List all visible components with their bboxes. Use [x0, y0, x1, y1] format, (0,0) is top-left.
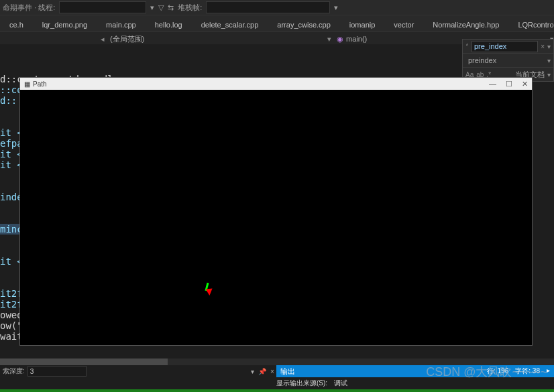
close-icon[interactable]: ✕ — [522, 80, 528, 88]
toolbar: 命期事件 · 线程: ▾ ▽ ⇆ 堆栈帧: ▾ — [0, 0, 554, 15]
tab-file[interactable]: NormalizeAngle.hpp — [423, 18, 508, 31]
breadcrumb-scope[interactable]: (全局范围) — [110, 34, 144, 44]
path-canvas — [20, 90, 532, 345]
stack-label: 堆栈帧: — [178, 3, 202, 13]
dropdown-arrow-icon[interactable]: ▾ — [547, 57, 551, 64]
scrollbar-thumb[interactable] — [0, 358, 168, 365]
vehicle-marker — [206, 289, 213, 296]
close-icon[interactable]: × — [270, 368, 274, 375]
events-label: 命期事件 · 线程: — [3, 3, 55, 13]
search-input[interactable] — [472, 41, 538, 52]
close-icon[interactable]: × — [541, 43, 545, 50]
tab-file[interactable]: LQRcontroler.cpp — [508, 18, 554, 31]
tab-file[interactable]: delete_scalar.cpp — [192, 18, 268, 31]
thread-dropdown[interactable] — [59, 1, 146, 13]
method-icon: ◉ — [337, 35, 343, 44]
window-titlebar[interactable]: ▦ Path — ☐ ✕ — [20, 78, 532, 90]
window-title: Path — [33, 80, 47, 88]
filter-icon[interactable]: ▽ — [158, 3, 164, 12]
dropdown-arrow-icon[interactable]: ▾ — [547, 43, 551, 50]
chevron-left-icon[interactable]: ◂ — [101, 35, 105, 44]
find-panel: ˄ × ▾ preindex ▾ Aa ab .* 当前文档 ▾ — [462, 39, 554, 82]
tab-file[interactable]: vector — [384, 18, 423, 31]
tab-bar: ce.h lqr_demo.png main.cpp hello.log del… — [0, 15, 554, 31]
search-depth-input[interactable] — [27, 366, 87, 377]
tab-file[interactable]: ce.h — [0, 18, 33, 31]
tab-file[interactable]: iomanip — [340, 18, 385, 31]
tab-file[interactable]: main.cpp — [97, 18, 146, 31]
status-strip — [0, 389, 554, 392]
pin-icon[interactable]: 📌 — [258, 368, 266, 375]
minimize-icon[interactable]: — — [489, 80, 496, 88]
expand-icon[interactable]: ˄ — [465, 43, 469, 50]
window-icon: ▦ — [24, 80, 30, 88]
output-label: 输出 — [280, 367, 295, 377]
dropdown-arrow-icon[interactable]: ▾ — [547, 71, 551, 78]
tab-file[interactable]: array_cwise.cpp — [268, 18, 339, 31]
toggle-icon[interactable]: ⇆ — [168, 3, 174, 12]
breadcrumb-func[interactable]: ◉main() — [337, 35, 367, 44]
dropdown-arrow-icon[interactable]: ▾ — [334, 3, 338, 12]
search-suggestion[interactable]: preindex — [468, 56, 545, 64]
stackframe-dropdown[interactable] — [206, 1, 330, 13]
tab-file[interactable]: hello.log — [146, 18, 192, 31]
maximize-icon[interactable]: ☐ — [506, 80, 512, 88]
tab-file[interactable]: lqr_demo.png — [33, 18, 97, 31]
dropdown-arrow-icon[interactable]: ▾ — [251, 368, 254, 375]
dropdown-arrow-icon[interactable]: ▾ — [150, 3, 154, 12]
path-window: ▦ Path — ☐ ✕ — [19, 77, 533, 346]
search-depth-label: 索深度: — [3, 367, 25, 376]
debug-label[interactable]: 调试 — [334, 379, 347, 388]
output-source-label: 显示输出来源(S): — [276, 379, 327, 388]
watermark: CSDN @大风吹~~~~~ — [426, 364, 547, 380]
breadcrumb-separator-icon: ▾ — [327, 35, 331, 44]
